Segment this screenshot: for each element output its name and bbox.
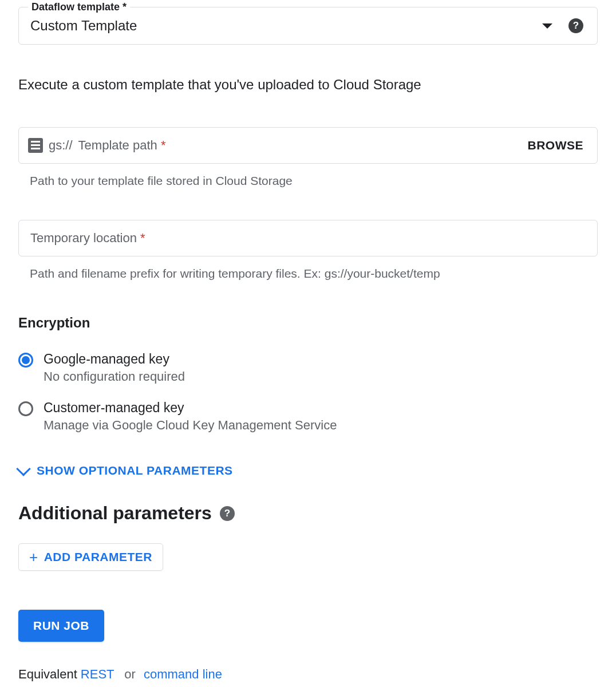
dataflow-template-value: Custom Template [30, 18, 137, 34]
file-icon [28, 138, 43, 153]
encryption-option-customer[interactable]: Customer-managed key Manage via Google C… [18, 400, 598, 433]
rest-link[interactable]: REST [81, 667, 114, 681]
dataflow-template-label: Dataflow template * [28, 1, 130, 13]
encryption-header: Encryption [18, 315, 598, 331]
template-description: Execute a custom template that you've up… [18, 77, 598, 93]
chevron-down-icon [16, 461, 30, 476]
temporary-location-input[interactable]: Temporary location * [18, 220, 598, 256]
radio-icon [18, 353, 33, 368]
temporary-location-help: Path and filename prefix for writing tem… [30, 267, 598, 281]
temporary-location-placeholder: Temporary location * [30, 231, 145, 245]
template-path-help: Path to your template file stored in Clo… [30, 174, 598, 188]
plus-icon: + [29, 550, 38, 564]
browse-button[interactable]: BROWSE [528, 139, 584, 152]
radio-title: Customer-managed key [44, 400, 337, 416]
add-parameter-button[interactable]: + ADD PARAMETER [18, 543, 163, 571]
template-path-input[interactable]: gs:// Template path * BROWSE [18, 127, 598, 164]
show-optional-label: SHOW OPTIONAL PARAMETERS [37, 464, 233, 477]
add-parameter-label: ADD PARAMETER [44, 550, 152, 564]
help-icon[interactable]: ? [220, 506, 235, 521]
equivalent-text: Equivalent REST or command line [18, 667, 598, 682]
show-optional-toggle[interactable]: SHOW OPTIONAL PARAMETERS [18, 464, 598, 477]
radio-icon [18, 401, 33, 416]
radio-subtitle: Manage via Google Cloud Key Management S… [44, 418, 337, 433]
dataflow-template-select[interactable]: Dataflow template * Custom Template ? [18, 7, 598, 45]
encryption-option-google[interactable]: Google-managed key No configuration requ… [18, 352, 598, 384]
gs-prefix: gs:// [49, 138, 73, 153]
encryption-radio-group: Google-managed key No configuration requ… [18, 352, 598, 433]
command-line-link[interactable]: command line [144, 667, 222, 681]
radio-subtitle: No configuration required [44, 369, 185, 384]
radio-title: Google-managed key [44, 352, 185, 367]
dropdown-arrow-icon [542, 23, 552, 29]
help-icon[interactable]: ? [568, 18, 583, 33]
additional-parameters-header: Additional parameters ? [18, 503, 598, 524]
run-job-button[interactable]: RUN JOB [18, 610, 104, 642]
template-path-placeholder: Template path * [78, 138, 522, 153]
